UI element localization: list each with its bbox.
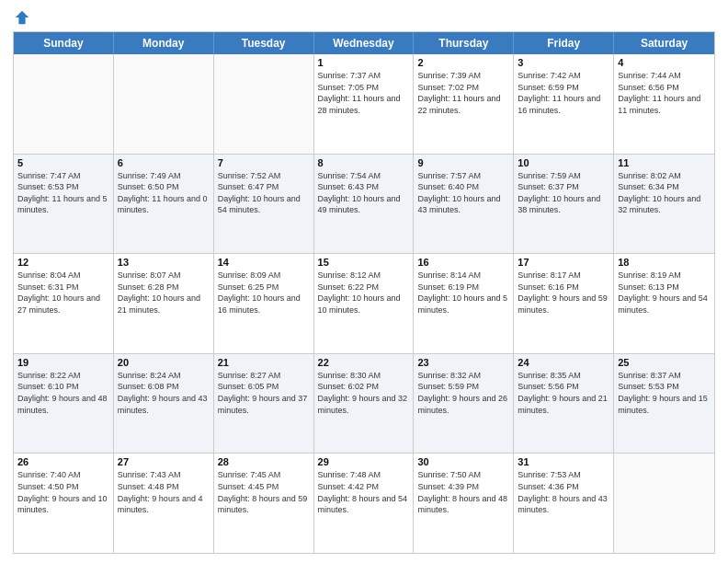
day-cell-30: 30Sunrise: 7:50 AM Sunset: 4:39 PM Dayli… xyxy=(414,454,514,553)
day-info: Sunrise: 7:43 AM Sunset: 4:48 PM Dayligh… xyxy=(118,469,210,515)
day-number: 30 xyxy=(417,456,509,467)
header xyxy=(13,9,715,26)
day-cell-26: 26Sunrise: 7:40 AM Sunset: 4:50 PM Dayli… xyxy=(14,454,114,553)
day-cell-23: 23Sunrise: 8:32 AM Sunset: 5:59 PM Dayli… xyxy=(414,354,514,454)
svg-marker-0 xyxy=(16,11,28,24)
day-cell-18: 18Sunrise: 8:19 AM Sunset: 6:13 PM Dayli… xyxy=(614,254,714,353)
page: SundayMondayTuesdayWednesdayThursdayFrid… xyxy=(0,0,728,563)
day-cell-27: 27Sunrise: 7:43 AM Sunset: 4:48 PM Dayli… xyxy=(114,454,214,553)
day-number: 25 xyxy=(618,357,711,368)
day-info: Sunrise: 8:27 AM Sunset: 6:05 PM Dayligh… xyxy=(218,370,310,416)
day-number: 3 xyxy=(518,57,609,68)
empty-cell xyxy=(614,454,714,553)
day-info: Sunrise: 7:42 AM Sunset: 6:59 PM Dayligh… xyxy=(518,70,609,116)
day-info: Sunrise: 7:50 AM Sunset: 4:39 PM Dayligh… xyxy=(417,469,509,515)
day-cell-5: 5Sunrise: 7:47 AM Sunset: 6:53 PM Daylig… xyxy=(14,155,114,254)
day-cell-14: 14Sunrise: 8:09 AM Sunset: 6:25 PM Dayli… xyxy=(214,254,314,353)
day-number: 26 xyxy=(17,456,109,467)
day-cell-9: 9Sunrise: 7:57 AM Sunset: 6:40 PM Daylig… xyxy=(414,155,514,254)
day-number: 23 xyxy=(417,357,509,368)
day-number: 11 xyxy=(618,157,711,168)
day-number: 6 xyxy=(118,157,210,168)
day-number: 17 xyxy=(518,257,609,268)
day-info: Sunrise: 7:45 AM Sunset: 4:45 PM Dayligh… xyxy=(218,469,310,515)
day-cell-17: 17Sunrise: 8:17 AM Sunset: 6:16 PM Dayli… xyxy=(514,254,614,353)
day-info: Sunrise: 8:22 AM Sunset: 6:10 PM Dayligh… xyxy=(17,370,109,416)
day-number: 10 xyxy=(518,157,609,168)
day-number: 9 xyxy=(417,157,509,168)
day-number: 4 xyxy=(618,57,711,68)
day-cell-11: 11Sunrise: 8:02 AM Sunset: 6:34 PM Dayli… xyxy=(614,155,714,254)
day-number: 15 xyxy=(318,257,410,268)
day-header-wednesday: Wednesday xyxy=(314,32,415,54)
day-header-saturday: Saturday xyxy=(614,32,714,54)
day-info: Sunrise: 8:37 AM Sunset: 5:53 PM Dayligh… xyxy=(618,370,711,416)
day-info: Sunrise: 7:48 AM Sunset: 4:42 PM Dayligh… xyxy=(318,469,410,515)
calendar-body: 1Sunrise: 7:37 AM Sunset: 7:05 PM Daylig… xyxy=(14,54,714,553)
day-cell-28: 28Sunrise: 7:45 AM Sunset: 4:45 PM Dayli… xyxy=(214,454,314,553)
empty-cell xyxy=(114,54,214,154)
day-info: Sunrise: 7:57 AM Sunset: 6:40 PM Dayligh… xyxy=(417,170,509,216)
logo-icon xyxy=(14,9,30,26)
day-info: Sunrise: 7:54 AM Sunset: 6:43 PM Dayligh… xyxy=(318,170,410,216)
day-cell-1: 1Sunrise: 7:37 AM Sunset: 7:05 PM Daylig… xyxy=(314,54,415,154)
day-number: 31 xyxy=(518,456,609,467)
day-cell-12: 12Sunrise: 8:04 AM Sunset: 6:31 PM Dayli… xyxy=(14,254,114,353)
day-number: 1 xyxy=(318,57,410,68)
day-number: 12 xyxy=(17,257,109,268)
calendar-row-2: 5Sunrise: 7:47 AM Sunset: 6:53 PM Daylig… xyxy=(14,154,714,254)
calendar-row-4: 19Sunrise: 8:22 AM Sunset: 6:10 PM Dayli… xyxy=(14,353,714,454)
day-cell-24: 24Sunrise: 8:35 AM Sunset: 5:56 PM Dayli… xyxy=(514,354,614,454)
day-header-tuesday: Tuesday xyxy=(214,32,314,54)
day-info: Sunrise: 8:32 AM Sunset: 5:59 PM Dayligh… xyxy=(417,370,509,416)
day-number: 24 xyxy=(518,357,609,368)
day-number: 18 xyxy=(618,257,711,268)
day-cell-19: 19Sunrise: 8:22 AM Sunset: 6:10 PM Dayli… xyxy=(14,354,114,454)
day-cell-4: 4Sunrise: 7:44 AM Sunset: 6:56 PM Daylig… xyxy=(614,54,714,154)
day-header-thursday: Thursday xyxy=(414,32,514,54)
day-info: Sunrise: 7:39 AM Sunset: 7:02 PM Dayligh… xyxy=(417,70,509,116)
day-cell-2: 2Sunrise: 7:39 AM Sunset: 7:02 PM Daylig… xyxy=(414,54,514,154)
day-cell-13: 13Sunrise: 8:07 AM Sunset: 6:28 PM Dayli… xyxy=(114,254,214,353)
day-info: Sunrise: 7:59 AM Sunset: 6:37 PM Dayligh… xyxy=(518,170,609,216)
day-header-sunday: Sunday xyxy=(14,32,114,54)
day-header-friday: Friday xyxy=(514,32,614,54)
day-number: 20 xyxy=(118,357,210,368)
day-cell-22: 22Sunrise: 8:30 AM Sunset: 6:02 PM Dayli… xyxy=(314,354,415,454)
day-info: Sunrise: 8:09 AM Sunset: 6:25 PM Dayligh… xyxy=(218,270,310,316)
logo xyxy=(13,9,30,26)
day-info: Sunrise: 7:49 AM Sunset: 6:50 PM Dayligh… xyxy=(118,170,210,216)
day-number: 5 xyxy=(17,157,109,168)
day-number: 13 xyxy=(118,257,210,268)
day-info: Sunrise: 8:02 AM Sunset: 6:34 PM Dayligh… xyxy=(618,170,711,216)
day-info: Sunrise: 8:30 AM Sunset: 6:02 PM Dayligh… xyxy=(318,370,410,416)
calendar-row-5: 26Sunrise: 7:40 AM Sunset: 4:50 PM Dayli… xyxy=(14,453,714,553)
day-number: 14 xyxy=(218,257,310,268)
day-cell-6: 6Sunrise: 7:49 AM Sunset: 6:50 PM Daylig… xyxy=(114,155,214,254)
calendar-row-1: 1Sunrise: 7:37 AM Sunset: 7:05 PM Daylig… xyxy=(14,54,714,154)
day-info: Sunrise: 8:12 AM Sunset: 6:22 PM Dayligh… xyxy=(318,270,410,316)
day-cell-15: 15Sunrise: 8:12 AM Sunset: 6:22 PM Dayli… xyxy=(314,254,415,353)
day-info: Sunrise: 8:04 AM Sunset: 6:31 PM Dayligh… xyxy=(17,270,109,316)
day-cell-29: 29Sunrise: 7:48 AM Sunset: 4:42 PM Dayli… xyxy=(314,454,415,553)
empty-cell xyxy=(214,54,314,154)
day-cell-31: 31Sunrise: 7:53 AM Sunset: 4:36 PM Dayli… xyxy=(514,454,614,553)
day-info: Sunrise: 8:17 AM Sunset: 6:16 PM Dayligh… xyxy=(518,270,609,316)
day-header-monday: Monday xyxy=(114,32,214,54)
day-cell-10: 10Sunrise: 7:59 AM Sunset: 6:37 PM Dayli… xyxy=(514,155,614,254)
day-cell-3: 3Sunrise: 7:42 AM Sunset: 6:59 PM Daylig… xyxy=(514,54,614,154)
day-cell-20: 20Sunrise: 8:24 AM Sunset: 6:08 PM Dayli… xyxy=(114,354,214,454)
day-info: Sunrise: 8:14 AM Sunset: 6:19 PM Dayligh… xyxy=(417,270,509,316)
day-cell-21: 21Sunrise: 8:27 AM Sunset: 6:05 PM Dayli… xyxy=(214,354,314,454)
day-info: Sunrise: 7:47 AM Sunset: 6:53 PM Dayligh… xyxy=(17,170,109,216)
calendar-row-3: 12Sunrise: 8:04 AM Sunset: 6:31 PM Dayli… xyxy=(14,253,714,353)
day-number: 16 xyxy=(417,257,509,268)
day-info: Sunrise: 7:53 AM Sunset: 4:36 PM Dayligh… xyxy=(518,469,609,515)
day-number: 7 xyxy=(218,157,310,168)
day-info: Sunrise: 8:24 AM Sunset: 6:08 PM Dayligh… xyxy=(118,370,210,416)
day-info: Sunrise: 8:35 AM Sunset: 5:56 PM Dayligh… xyxy=(518,370,609,416)
day-number: 2 xyxy=(417,57,509,68)
day-number: 21 xyxy=(218,357,310,368)
day-cell-25: 25Sunrise: 8:37 AM Sunset: 5:53 PM Dayli… xyxy=(614,354,714,454)
day-cell-7: 7Sunrise: 7:52 AM Sunset: 6:47 PM Daylig… xyxy=(214,155,314,254)
